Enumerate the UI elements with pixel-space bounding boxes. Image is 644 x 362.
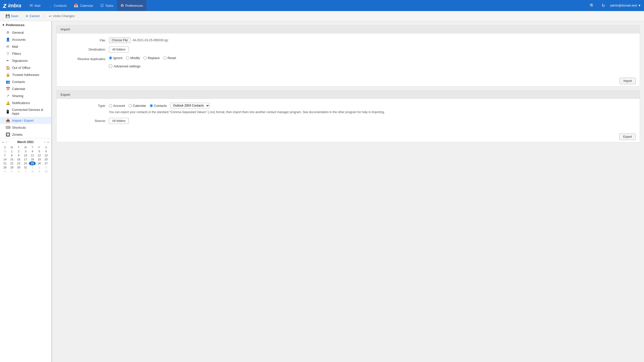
cal-day[interactable]: 4	[29, 149, 36, 153]
cal-day[interactable]: 1	[29, 165, 36, 169]
cal-day[interactable]: 5	[8, 169, 15, 173]
cal-day[interactable]: 15	[8, 157, 15, 161]
cal-day[interactable]: 20	[43, 157, 50, 161]
import-radio-ignore[interactable]: Ignore	[109, 56, 123, 60]
nav-preferences[interactable]: ⚙ Preferences	[117, 0, 146, 11]
import-radio-replace[interactable]: Replace	[143, 56, 160, 60]
app-logo[interactable]: z imbra	[3, 2, 21, 10]
cal-day[interactable]: 11	[29, 153, 36, 157]
cal-day[interactable]: 8	[29, 169, 36, 173]
cal-day[interactable]: 1	[8, 149, 15, 153]
sidebar-item-sharing[interactable]: ↗ Sharing	[0, 92, 51, 99]
export-all-folders-button[interactable]: All folders	[109, 118, 129, 124]
import-radio-modify[interactable]: Modify	[126, 56, 140, 60]
save-button[interactable]: 💾 Save	[3, 13, 21, 19]
export-radio-calendar[interactable]: Calendar	[129, 104, 146, 108]
cal-day[interactable]: 14	[2, 157, 8, 161]
sidebar-contacts-label: Contacts	[12, 80, 25, 84]
cal-day[interactable]: 12	[36, 153, 43, 157]
import-radio-reset[interactable]: Reset	[163, 56, 176, 60]
cal-day[interactable]: 4	[2, 169, 8, 173]
advanced-settings-checkbox[interactable]	[109, 65, 112, 68]
cal-day[interactable]: 23	[15, 161, 22, 165]
import-all-folders-button[interactable]: All folders	[109, 47, 129, 53]
sidebar-item-accounts[interactable]: 👤 Accounts	[0, 36, 51, 43]
export-radio-account[interactable]: Account	[109, 104, 125, 108]
sidebar-item-calendar[interactable]: 📅 Calendar	[0, 85, 51, 92]
export-calendar-radio[interactable]	[129, 104, 132, 107]
replace-radio[interactable]	[143, 56, 147, 60]
cal-day[interactable]: 9	[36, 169, 43, 173]
cal-next-month[interactable]: ›	[44, 140, 46, 144]
cal-day[interactable]: 13	[43, 153, 50, 157]
cal-day[interactable]: 2	[15, 149, 22, 153]
account-radio[interactable]	[109, 104, 112, 107]
cal-day[interactable]: 6	[15, 169, 22, 173]
cal-day[interactable]: 28	[2, 149, 8, 153]
sidebar-item-contacts[interactable]: 👥 Contacts	[0, 78, 51, 85]
cal-day[interactable]: 3	[22, 149, 29, 153]
cal-day[interactable]: 7	[2, 153, 8, 157]
cal-day[interactable]: 5	[36, 149, 43, 153]
sidebar-item-trusted-addresses[interactable]: 🔒 Trusted Addresses	[0, 71, 51, 78]
cal-day[interactable]: 9	[15, 153, 22, 157]
ignore-radio[interactable]	[109, 56, 112, 60]
user-menu[interactable]: admin@domain.test ▼	[610, 4, 641, 7]
sidebar-item-connected-devices[interactable]: 📱 Connected Devices & Apps	[0, 106, 51, 117]
search-button[interactable]: 🔍	[588, 2, 597, 9]
sidebar-item-zimlets[interactable]: 🔲 Zimlets	[0, 131, 51, 138]
export-radio-contacts[interactable]: Contacts	[150, 104, 167, 108]
sidebar-item-import-export[interactable]: 📤 Import / Export	[0, 117, 51, 124]
nav-tasks[interactable]: ☑ Tasks	[97, 0, 117, 11]
cal-day[interactable]: 29	[8, 165, 15, 169]
cal-day[interactable]: 18	[29, 157, 36, 161]
cal-day[interactable]: 25	[29, 161, 36, 165]
cal-day[interactable]: 6	[43, 149, 50, 153]
cal-next-year[interactable]: »	[47, 140, 50, 144]
cal-day[interactable]: 8	[8, 153, 15, 157]
cal-day[interactable]: 31	[22, 165, 29, 169]
cancel-button[interactable]: ✕ Cancel	[23, 13, 42, 19]
nav-contacts[interactable]: 👤 Contacts	[44, 0, 70, 11]
cal-day[interactable]: 21	[2, 161, 8, 165]
cal-day[interactable]: 10	[43, 169, 50, 173]
export-type-row: Type: Account Calendar	[61, 103, 636, 114]
import-button[interactable]: Import	[620, 78, 636, 84]
advanced-settings-checkbox-label[interactable]: Advanced settings	[109, 64, 636, 68]
sidebar-item-notifications[interactable]: 🔔 Notifications	[0, 99, 51, 106]
cal-day[interactable]: 22	[8, 161, 15, 165]
cal-day[interactable]: 16	[15, 157, 22, 161]
cal-day[interactable]: 17	[22, 157, 29, 161]
nav-calendar[interactable]: 📅 Calendar	[70, 0, 97, 11]
cal-prev-year[interactable]: «	[2, 140, 5, 144]
cal-day[interactable]: 7	[22, 169, 29, 173]
nav-mail[interactable]: ✉ Mail	[26, 0, 44, 11]
export-format-select[interactable]: Outlook 2003 Contacts CSV Format	[170, 103, 210, 108]
cal-day[interactable]: 24	[22, 161, 29, 165]
sidebar-item-filters[interactable]: ▽ Filters	[0, 50, 51, 57]
cal-day[interactable]: 26	[36, 161, 43, 165]
contacts-radio[interactable]	[150, 104, 153, 107]
sidebar-item-out-of-office[interactable]: 🏠 Out of Office	[0, 64, 51, 71]
export-button[interactable]: Export	[619, 133, 636, 140]
cal-day[interactable]: 2	[36, 165, 43, 169]
cal-day[interactable]: 30	[15, 165, 22, 169]
choose-file-button[interactable]: Choose File	[109, 37, 131, 43]
reset-radio[interactable]	[163, 56, 167, 60]
cal-day[interactable]: 10	[22, 153, 29, 157]
sidebar-header-label: Preferences	[6, 23, 24, 27]
undo-button[interactable]: ↩ Undo Changes	[46, 13, 77, 19]
trusted-icon: 🔒	[6, 73, 10, 77]
sidebar-header[interactable]: ▾ Preferences	[0, 21, 51, 29]
sidebar-item-mail[interactable]: ✉ Mail	[0, 43, 51, 50]
sidebar-item-general[interactable]: ⚙ General	[0, 29, 51, 36]
cal-day[interactable]: 19	[36, 157, 43, 161]
refresh-button[interactable]: ↻	[600, 2, 607, 9]
cal-day[interactable]: 27	[43, 161, 50, 165]
cal-day[interactable]: 3	[43, 165, 50, 169]
cal-prev-month[interactable]: ‹	[5, 140, 8, 144]
modify-radio[interactable]	[126, 56, 129, 60]
sidebar-item-signatures[interactable]: ✒ Signatures	[0, 57, 51, 64]
cal-day[interactable]: 28	[2, 165, 8, 169]
sidebar-item-shortcuts[interactable]: ⌨ Shortcuts	[0, 124, 51, 131]
